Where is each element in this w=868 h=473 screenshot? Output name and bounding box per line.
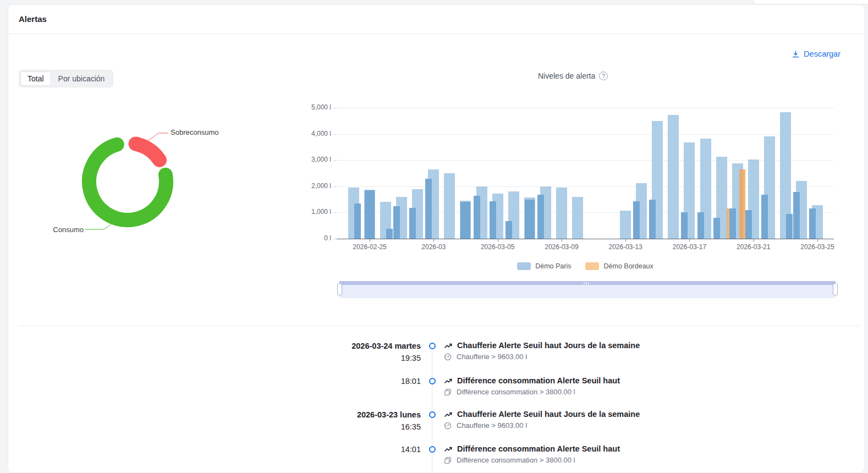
copy-icon (444, 457, 452, 464)
timeline-time: 14:01 (259, 445, 421, 454)
copy-icon (444, 388, 452, 396)
timeline-alert-title: Différence consommation Alerte Seuil hau… (444, 376, 620, 385)
datazoom-handle-left[interactable] (337, 283, 342, 295)
timeline-alert-title: Différence consommation Alerte Seuil hau… (444, 444, 620, 453)
timeline-date: 2026-03-23 lunes (259, 410, 421, 419)
timeline-node-icon (429, 411, 436, 418)
page-title: Alertas (19, 14, 47, 24)
trend-up-icon (444, 342, 452, 350)
bar-chart-header: Niveles de alerta ? (538, 72, 608, 80)
header-divider (8, 34, 864, 34)
timeline-date: 2026-03-24 martes (259, 342, 421, 350)
timeline-alert-detail-text: Chaufferie > 9603.00 l (457, 353, 527, 361)
alerts-page: Alertas Descargar Total Por ubicación So… (0, 0, 868, 473)
timeline-alert-detail: Chaufferie > 9603.00 l (444, 353, 527, 361)
timeline-alert-title-text: Chaufferie Alerte Seuil haut Jours de la… (457, 341, 640, 350)
adjacent-card-edge (752, 0, 868, 4)
timeline-alert-title-text: Différence consommation Alerte Seuil hau… (457, 376, 620, 385)
section-divider (19, 326, 860, 326)
datazoom-slider[interactable] (339, 281, 836, 298)
trend-up-icon (444, 445, 452, 453)
legend-swatch-paris (517, 262, 531, 270)
donut-chart (50, 124, 231, 242)
timeline-alert-detail: Différence consommation > 3800.00 l (444, 388, 575, 396)
legend-label-paris: Démo Paris (535, 262, 571, 270)
datazoom-track[interactable] (339, 285, 836, 298)
timeline-node-icon (429, 343, 436, 349)
legend-swatch-bordeaux (585, 262, 599, 270)
donut-label-sobreconsumo: Sobreconsumo (171, 128, 218, 136)
donut-segment-sobreconsumo (136, 144, 160, 160)
timeline-alert-detail-text: Différence consommation > 3800.00 l (457, 456, 575, 464)
tab-total[interactable]: Total (20, 72, 51, 86)
timeline-time: 18:01 (259, 377, 421, 386)
timeline-time: 19:35 (259, 354, 421, 362)
timeline-node-icon (429, 378, 436, 384)
download-icon (792, 50, 800, 58)
timeline-node-icon (429, 446, 436, 453)
download-label: Descargar (804, 50, 840, 58)
timeline-alert-detail: Différence consommation > 3800.00 l (444, 456, 575, 464)
timeline-alert-title: Chaufferie Alerte Seuil haut Jours de la… (444, 341, 640, 350)
trend-up-icon (444, 377, 452, 385)
view-tabs: Total Por ubicación (19, 70, 113, 87)
timeline-alert-detail: Chaufferie > 9603.00 l (444, 421, 527, 430)
gauge-icon (444, 353, 452, 361)
timeline-alert-title: Chaufferie Alerte Seuil haut Jours de la… (444, 410, 640, 419)
bar-chart-title: Niveles de alerta (538, 72, 595, 80)
download-button[interactable]: Descargar (792, 50, 840, 58)
timeline-alert-detail-text: Différence consommation > 3800.00 l (457, 388, 575, 396)
timeline-time: 16:35 (259, 422, 421, 431)
legend-label-bordeaux: Démo Bordeaux (603, 262, 653, 270)
datazoom-handle-right[interactable] (833, 283, 838, 295)
timeline-alert-detail-text: Chaufferie > 9603.00 l (457, 421, 527, 430)
trend-up-icon (444, 410, 452, 419)
donut-label-consumo: Consumo (33, 226, 84, 234)
legend-item-demo-bordeaux[interactable]: Démo Bordeaux (585, 262, 653, 270)
chart-legend: Démo Paris Démo Bordeaux (337, 262, 834, 270)
datazoom-grip-icon[interactable] (584, 282, 589, 284)
timeline-alert-title-text: Chaufferie Alerte Seuil haut Jours de la… (457, 410, 640, 419)
legend-item-demo-paris[interactable]: Démo Paris (517, 262, 571, 270)
help-icon[interactable]: ? (599, 72, 608, 80)
timeline-alert-title-text: Différence consommation Alerte Seuil hau… (457, 444, 620, 453)
sobreconsumo-leader-line (147, 133, 168, 141)
gauge-icon (444, 422, 452, 430)
tab-por-ubicacion[interactable]: Por ubicación (51, 72, 112, 86)
